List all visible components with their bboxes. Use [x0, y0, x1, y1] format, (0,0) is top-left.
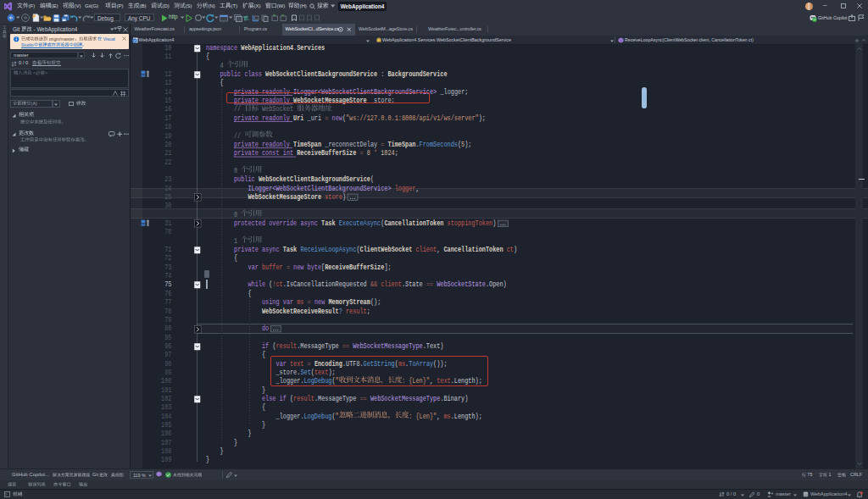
svg-text:=: =	[360, 149, 364, 158]
svg-text:99: 99	[164, 369, 171, 377]
svg-text:client: client	[381, 280, 402, 289]
svg-text:byte: byte	[308, 263, 322, 272]
svg-text:}: }	[262, 421, 265, 430]
svg-text:12: 12	[164, 70, 171, 79]
svg-text:97: 97	[164, 351, 171, 359]
svg-text:&&: &&	[370, 280, 378, 289]
svg-text:77: 77	[164, 298, 171, 307]
svg-text:result: result	[346, 308, 367, 316]
svg-text:class: class	[244, 70, 262, 79]
svg-text:79: 79	[164, 316, 171, 324]
svg-text:Services: Services	[297, 44, 325, 53]
svg-text:,: ,	[437, 246, 440, 254]
svg-text:.Length);: .Length);	[451, 413, 482, 421]
svg-text:public: public	[234, 175, 255, 184]
svg-text:18: 18	[164, 123, 171, 131]
svg-text:8: 8	[367, 149, 370, 158]
svg-text:WebSocketClientBackgroundServi: WebSocketClientBackgroundService	[265, 70, 377, 79]
svg-text:var: var	[283, 298, 293, 307]
svg-text:_reconnectDelay: _reconnectDelay	[324, 141, 377, 149]
svg-text:73: 73	[164, 263, 171, 272]
svg-text:}: }	[220, 447, 224, 456]
svg-text:}: }	[262, 386, 265, 395]
svg-text:new: new	[293, 263, 304, 272]
svg-text:async: async	[300, 219, 318, 228]
svg-text:WebSocketMessageType: WebSocketMessageType	[353, 342, 423, 351]
svg-text:;: ;	[465, 88, 468, 97]
svg-text:WebSocketState: WebSocketState	[437, 280, 486, 289]
svg-text:buffer: buffer	[262, 263, 283, 272]
svg-text:104: 104	[161, 413, 171, 421]
svg-text:.State: .State	[402, 280, 423, 289]
svg-text:21: 21	[164, 149, 171, 158]
svg-text:?: ?	[339, 308, 342, 316]
svg-text:private: private	[234, 246, 259, 254]
svg-text:LogDebug: LogDebug	[304, 413, 332, 421]
svg-text:CancellationToken: CancellationToken	[384, 219, 443, 228]
svg-text:];: ];	[384, 263, 391, 272]
svg-text:while: while	[248, 280, 266, 289]
svg-text:1024: 1024	[381, 149, 395, 158]
svg-text:ms: ms	[297, 298, 303, 307]
svg-text:TimeSpan: TimeSpan	[388, 141, 416, 149]
svg-text:): )	[492, 219, 496, 228]
svg-text:31: 31	[164, 219, 171, 228]
svg-text:{: {	[220, 79, 224, 87]
svg-text:107: 107	[161, 439, 171, 447]
svg-text:": "	[336, 413, 339, 421]
svg-text:10: 10	[164, 44, 171, 53]
svg-text:"ws://127.0.0.1:8008/api/v1/ws: "ws://127.0.0.1:8008/api/v1/ws/server"	[346, 114, 479, 123]
svg-text:}: }	[234, 439, 237, 447]
svg-text:protected: protected	[234, 219, 265, 228]
svg-text:{Len}": {Len}"	[416, 413, 437, 421]
svg-text:105: 105	[161, 421, 171, 430]
svg-text:();: ();	[370, 298, 381, 307]
svg-text:}: }	[248, 430, 252, 438]
svg-text:ReceiveLoopAsync: ReceiveLoopAsync	[300, 246, 356, 254]
svg-text:30: 30	[164, 202, 171, 210]
svg-text:}: }	[206, 456, 209, 464]
svg-text:71: 71	[164, 246, 171, 254]
svg-text:BackgroundService: BackgroundService	[388, 70, 448, 79]
svg-text:,: ,	[416, 185, 420, 193]
svg-text:ct: ct	[276, 280, 283, 289]
svg-text:24: 24	[164, 185, 171, 193]
svg-text:public: public	[220, 70, 242, 79]
svg-text:store: store	[325, 193, 342, 202]
svg-text:74: 74	[164, 272, 171, 280]
svg-text:WebApplication4: WebApplication4	[241, 44, 293, 53]
svg-text:WebSocketMessageStore: WebSocketMessageStore	[248, 193, 322, 202]
svg-text:{: {	[248, 290, 252, 298]
svg-text:TimeSpan: TimeSpan	[293, 141, 321, 149]
svg-text:72: 72	[164, 254, 171, 263]
svg-text:{: {	[234, 254, 237, 263]
svg-text:Uri: Uri	[293, 114, 304, 123]
svg-text:_uri: _uri	[307, 114, 321, 123]
svg-text:client: client	[416, 246, 437, 254]
svg-text:;: ;	[367, 308, 370, 316]
svg-text:98: 98	[164, 360, 171, 369]
svg-text:async: async	[262, 246, 280, 254]
svg-text://: //	[234, 105, 241, 114]
svg-text:Task: Task	[283, 246, 298, 254]
svg-text:101: 101	[161, 386, 171, 395]
svg-text::: :	[409, 413, 412, 421]
svg-text:{: {	[206, 53, 209, 61]
svg-text:new: new	[332, 114, 343, 123]
svg-text:.Binary): .Binary)	[440, 395, 468, 403]
svg-text:WebSocketClientBackgroundServi: WebSocketClientBackgroundService	[259, 175, 370, 184]
svg-text:WebSocketReceiveResult: WebSocketReceiveResult	[262, 308, 339, 316]
svg-text:=: =	[308, 298, 311, 307]
svg-text://: //	[234, 132, 241, 141]
svg-text:new: new	[314, 298, 326, 307]
svg-text:logger: logger	[395, 185, 416, 193]
svg-text:_logger: _logger	[440, 88, 465, 97]
svg-text:13: 13	[164, 79, 171, 87]
svg-text:CancellationToken: CancellationToken	[444, 246, 504, 254]
svg-text:0: 0	[234, 167, 237, 175]
svg-text:1: 1	[234, 237, 237, 246]
svg-text:ReceiveBufferSize: ReceiveBufferSize	[325, 263, 384, 272]
svg-text:108: 108	[161, 447, 171, 456]
svg-text:100: 100	[161, 377, 171, 385]
svg-text:25: 25	[164, 193, 171, 202]
